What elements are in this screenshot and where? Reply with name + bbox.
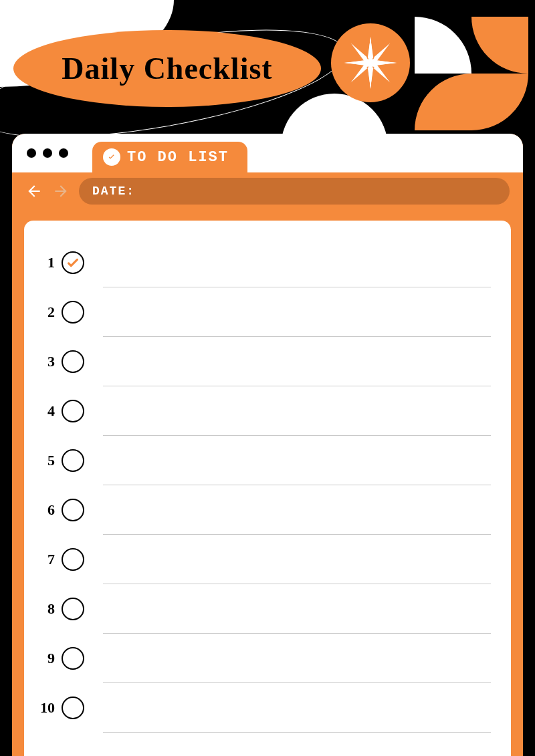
- row-number: 10: [37, 699, 55, 717]
- check-circle-icon: [103, 148, 120, 166]
- checkbox[interactable]: [62, 697, 84, 719]
- title-pill: Daily Checklist: [13, 30, 321, 107]
- decor-tile-2: [471, 17, 528, 74]
- row-number: 9: [37, 650, 55, 667]
- tab-todo[interactable]: TO DO LIST: [92, 142, 247, 172]
- checkbox[interactable]: [62, 598, 84, 620]
- decor-tile-1: [415, 17, 471, 74]
- task-line[interactable]: [103, 584, 491, 634]
- checklist-row: 3: [37, 337, 491, 386]
- date-label: DATE:: [92, 184, 135, 198]
- date-field[interactable]: DATE:: [79, 178, 510, 205]
- arrow-left-icon: [25, 182, 43, 200]
- svg-marker-15: [374, 66, 391, 83]
- window-dot-icon: [27, 148, 36, 158]
- window-dot-icon: [59, 148, 68, 158]
- toolbar: DATE:: [12, 172, 523, 210]
- task-line[interactable]: [103, 683, 491, 733]
- checklist-row: 5: [37, 436, 491, 485]
- page-title: Daily Checklist: [62, 51, 272, 86]
- task-line[interactable]: [103, 386, 491, 436]
- row-number: 3: [37, 353, 55, 370]
- decor-tile-4: [471, 74, 528, 130]
- back-button[interactable]: [25, 182, 43, 200]
- task-line[interactable]: [103, 535, 491, 584]
- row-number: 1: [37, 254, 55, 271]
- window-titlebar: TO DO LIST: [12, 134, 523, 172]
- task-line[interactable]: [103, 436, 491, 485]
- checklist-row: 4: [37, 386, 491, 436]
- task-line[interactable]: [103, 337, 491, 386]
- checklist-row: 1: [37, 238, 491, 287]
- checklist-row: 2: [37, 287, 491, 337]
- task-line[interactable]: [103, 634, 491, 683]
- tab-label: TO DO LIST: [127, 149, 229, 166]
- checkbox[interactable]: [62, 301, 84, 324]
- checklist-row: 6: [37, 485, 491, 535]
- svg-marker-13: [374, 43, 391, 59]
- svg-marker-12: [350, 43, 367, 59]
- decor-tile-3: [415, 74, 471, 130]
- checkbox[interactable]: [62, 251, 84, 274]
- row-number: 6: [37, 501, 55, 519]
- task-line[interactable]: [103, 485, 491, 535]
- starburst-icon: [343, 35, 398, 90]
- row-number: 4: [37, 402, 55, 420]
- row-number: 2: [37, 303, 55, 321]
- checkmark-icon: [66, 255, 80, 270]
- checklist-row: 7: [37, 535, 491, 584]
- row-number: 7: [37, 551, 55, 568]
- checklist-card: TO DO LIST DATE: 12345678910: [12, 134, 523, 756]
- task-line[interactable]: [103, 287, 491, 337]
- checkbox[interactable]: [62, 449, 84, 472]
- checklist-body: 12345678910: [24, 221, 511, 756]
- row-number: 5: [37, 452, 55, 469]
- window-dot-icon: [43, 148, 52, 158]
- svg-marker-14: [350, 66, 367, 83]
- arrow-right-icon: [52, 182, 70, 200]
- checkbox[interactable]: [62, 350, 84, 373]
- checkbox[interactable]: [62, 647, 84, 670]
- forward-button[interactable]: [52, 182, 70, 200]
- checklist-row: 8: [37, 584, 491, 634]
- row-number: 8: [37, 600, 55, 618]
- task-line[interactable]: [103, 238, 491, 287]
- checkbox[interactable]: [62, 548, 84, 571]
- checklist-row: 10: [37, 683, 491, 733]
- decor-sun-circle: [331, 23, 410, 102]
- checklist-row: 9: [37, 634, 491, 683]
- checkbox[interactable]: [62, 400, 84, 422]
- checkbox[interactable]: [62, 499, 84, 521]
